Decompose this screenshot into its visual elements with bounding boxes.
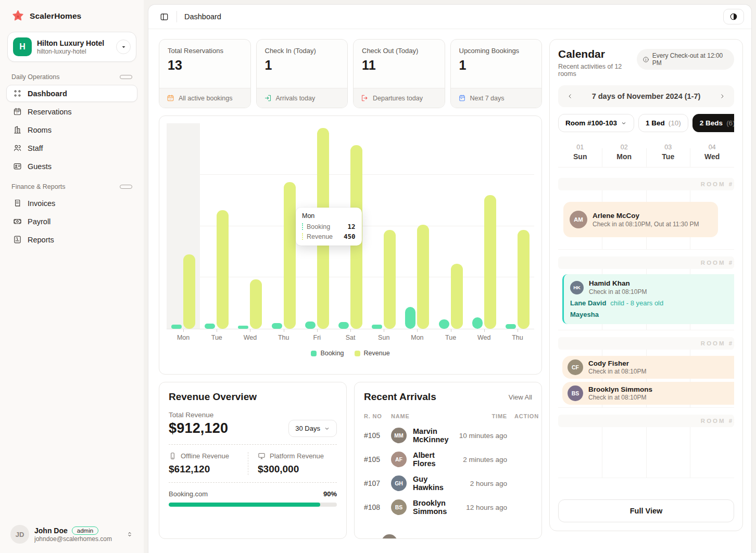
sidebar-toggle-button[interactable] [156, 8, 172, 25]
arrival-room-number: #105 [364, 455, 391, 464]
day-cell-wed[interactable]: 04Wed [690, 144, 735, 161]
guest-card[interactable]: CFCody FisherCheck in at 08:10PM [562, 356, 734, 379]
day-cell-mon[interactable]: 02Mon [602, 144, 647, 161]
stat-card: Upcoming Bookings1Next 7 days [450, 39, 543, 108]
bar-revenue [183, 254, 195, 329]
calendar-panel: Calendar Recent activities of 12 rooms E… [549, 39, 743, 531]
bookings-revenue-chart: Mon Booking 12 Revenue 450 MonTueW [159, 115, 542, 375]
sidebar-item-dashboard[interactable]: Dashboard [6, 85, 137, 102]
chevron-down-icon[interactable] [116, 40, 131, 54]
sidebar-section: Finance & ReportsInvoicesPayrollReports [6, 179, 137, 248]
chart-bar-group[interactable] [233, 123, 267, 329]
avatar: AF [391, 452, 407, 467]
full-view-button[interactable]: Full View [558, 499, 734, 522]
avatar: BS [391, 499, 407, 515]
view-all-link[interactable]: View All [509, 393, 532, 401]
chart-bar-group[interactable] [501, 123, 534, 329]
chart-bar-group[interactable] [400, 123, 434, 329]
sidebar-item-staff[interactable]: Staff [6, 139, 137, 157]
chart-bar-group[interactable] [200, 123, 233, 329]
col-action: ACTION [514, 413, 542, 419]
table-row[interactable]: #108BSBrooklyn Simmons12 hours ago [364, 495, 542, 519]
bed-filter-count: (6) [726, 119, 734, 127]
calendar-orange-icon: 17 [167, 94, 174, 102]
sidebar-item-guests[interactable]: Guests [6, 158, 137, 175]
brand-name: ScalerHomes [30, 11, 81, 21]
period-select[interactable]: 30 Days [288, 420, 337, 437]
sidebar-item-reservations[interactable]: 17Reservations [6, 103, 137, 120]
sidebar-item-reports[interactable]: Reports [6, 231, 137, 248]
bar-revenue [284, 182, 296, 329]
guest-checkin-detail: Check in at 08:10PM [588, 368, 646, 375]
hotel-avatar: H [13, 37, 32, 56]
sidebar-item-payroll[interactable]: Payroll [6, 213, 137, 230]
hotel-name: Hilton Luxury Hotel [37, 39, 111, 47]
sidebar-section-header: Daily Operations [6, 69, 137, 84]
chart-bar-group[interactable] [468, 123, 501, 329]
total-revenue-label: Total Revenue [169, 411, 337, 419]
hotel-selector[interactable]: H Hilton Luxury Hotel hilton-luxury-hote… [7, 32, 136, 62]
day-number: 02 [602, 144, 647, 151]
calendar-week-nav: 7 days of November 2024 (1-7) [558, 85, 734, 107]
guest-name: Brooklyn Simmons [588, 385, 652, 393]
offline-revenue-label: Offline Revenue [181, 452, 229, 460]
table-row[interactable]: #105MMMarvin McKinney10 minutes ago [364, 423, 542, 447]
sidebar-nav: Daily OperationsDashboard17ReservationsR… [6, 69, 137, 248]
companion-name: Mayesha [570, 311, 599, 318]
companion-note: child - 8 years old [610, 299, 663, 307]
stat-value: 1 [459, 58, 534, 73]
calendar-row: HKHamid KhanCheck in at 08:10PMLane Davi… [558, 269, 734, 330]
id-card-icon [13, 162, 22, 171]
prev-week-button[interactable] [561, 87, 579, 105]
guest-card[interactable]: AMArlene McCoyCheck in at 08:10PM, Out a… [563, 202, 718, 237]
collapse-toggle[interactable] [120, 75, 132, 79]
guest-card[interactable]: BSBrooklyn SimmonsCheck in at 08:10PM [562, 382, 734, 405]
calendar-range-label: 7 days of November 2024 (1-7) [579, 92, 713, 100]
sidebar-item-rooms[interactable]: Rooms [6, 121, 137, 138]
collapse-toggle[interactable] [120, 185, 132, 189]
table-row[interactable]: #105AFAlbert Flores2 minutes ago [364, 447, 542, 471]
sidebar-section-header: Finance & Reports [6, 179, 137, 194]
calendar-row: CFCody FisherCheck in at 08:10PMBSBrookl… [558, 350, 734, 408]
theme-toggle-button[interactable] [723, 9, 744, 24]
day-cell-tue[interactable]: 03Tue [646, 144, 690, 161]
bed-filter-1-bed[interactable]: 1 Bed(10) [638, 114, 688, 132]
stat-label: Total Reservations [168, 47, 242, 55]
guest-card-meta: Hamid KhanCheck in at 08:10PM [589, 279, 647, 295]
sidebar-item-invoices[interactable]: Invoices [6, 195, 137, 212]
room-filter-select[interactable]: Room #100-103 [558, 114, 634, 132]
bar-booking [238, 326, 248, 329]
bar-booking [305, 321, 316, 329]
table-row[interactable]: #107GHGuy Hawkins2 hours ago [364, 471, 542, 495]
grid-icon [13, 89, 22, 98]
user-email: johndoe@scalerhomes.com [34, 535, 121, 543]
bar-revenue [417, 225, 429, 329]
user-menu[interactable]: JD John Doe admin johndoe@scalerhomes.co… [6, 522, 137, 547]
role-badge: admin [72, 526, 98, 535]
day-number: 04 [690, 144, 735, 151]
guest-card[interactable]: HKHamid KhanCheck in at 08:10PMLane Davi… [562, 274, 734, 324]
chart-plot: Mon Booking 12 Revenue 450 [167, 123, 534, 329]
stat-footer: Departures today [354, 88, 445, 108]
checkout-notice-text: Every Check-out at 12:00 PM [652, 52, 728, 67]
x-axis-label: Fri [300, 329, 334, 341]
bed-filter-2-beds[interactable]: 2 Beds(6) [692, 114, 734, 132]
page-title: Dashboard [184, 12, 221, 21]
next-week-button[interactable] [713, 87, 731, 105]
room-band: ROOM #10 [558, 256, 734, 269]
room-filter-label: Room #100-103 [565, 119, 617, 127]
svg-text:17: 17 [169, 98, 172, 100]
chart-bar-group[interactable] [167, 123, 200, 329]
door-in-icon [264, 94, 272, 102]
stat-card: Check Out (Today)11Departures today [353, 39, 445, 108]
chart-bar-group[interactable] [434, 123, 468, 329]
stat-footer-text: Departures today [373, 95, 423, 102]
bed-filter-label: 1 Bed [646, 119, 665, 127]
day-number: 01 [558, 144, 602, 151]
bed-filter-label: 2 Beds [700, 119, 723, 127]
room-band: ROOM #10 [558, 178, 734, 190]
day-cell-sun[interactable]: 01Sun [558, 144, 602, 161]
x-axis-label: Thu [267, 329, 300, 341]
chart-bar-group[interactable] [367, 123, 400, 329]
tooltip-revenue-indicator [302, 233, 303, 240]
